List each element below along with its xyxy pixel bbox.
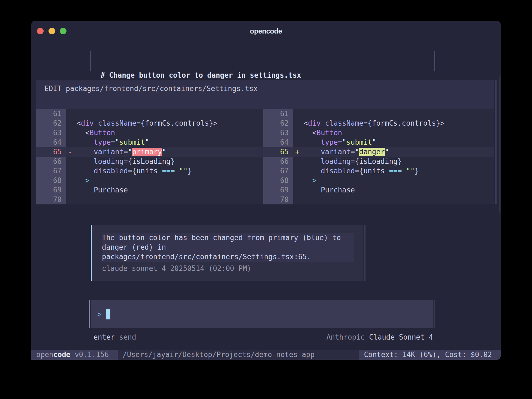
line-number: 68 (36, 176, 66, 185)
edit-action-label: EDIT (44, 84, 62, 93)
message-line: danger (red) in (102, 243, 354, 252)
line-number: 66 (36, 157, 66, 166)
diff-line: 68 > (263, 176, 494, 185)
app-version-segment: opencode v0.1.156 (31, 350, 118, 360)
code-text: disabled={units === ""} (66, 166, 263, 176)
line-number: 68 (263, 176, 293, 185)
prompt-chevron-icon: > (97, 310, 102, 318)
code-text: loading={isLoading} (293, 157, 494, 166)
message-right-edge-bar (364, 225, 365, 281)
prompt-right-accent-bar (434, 51, 435, 71)
diff-line: 65- variant="primary" (36, 147, 263, 157)
code-text: + variant="danger" (293, 147, 494, 157)
title-bar: opencode (31, 21, 501, 37)
edit-file-path: packages/frontend/src/containers/Setting… (66, 84, 258, 93)
input-right-accent-bar (434, 300, 434, 328)
line-number: 63 (36, 128, 66, 138)
model-label: Claude Sonnet 4 (369, 333, 433, 341)
code-text: type="submit" (66, 138, 263, 147)
code-text (66, 109, 263, 119)
provider-label: Anthropic (327, 333, 365, 341)
diff-line: 62 <div className={formCs.controls}> (36, 119, 263, 128)
diff-line: 65+ variant="danger" (263, 147, 494, 157)
diff-line: 69 Purchase (263, 185, 494, 195)
diff-line: 64 type="submit" (263, 138, 494, 147)
code-text: loading={isLoading} (66, 157, 263, 166)
send-action-hint: send (119, 333, 136, 341)
edit-tool-header: EDIT packages/frontend/src/containers/Se… (36, 80, 494, 109)
app-name-code: code (53, 350, 71, 359)
line-number: 63 (263, 128, 293, 138)
code-text: Purchase (66, 185, 263, 195)
line-number: 61 (36, 109, 66, 119)
assistant-message: The button color has been changed from p… (91, 225, 363, 281)
diff-line: 68 > (36, 176, 263, 185)
line-number: 61 (263, 109, 293, 119)
line-number: 67 (36, 166, 66, 176)
line-number: 62 (36, 119, 66, 128)
user-prompt-title: # Change button color to danger in setti… (101, 70, 301, 80)
diff-line: 61 (36, 109, 263, 119)
code-text (293, 109, 494, 119)
opencode-window: opencode # Change button color to danger… (31, 21, 501, 360)
code-text: <Button (293, 128, 494, 138)
line-number: 69 (36, 185, 66, 195)
diff-scrollbar[interactable] (495, 80, 497, 204)
input-left-accent-bar (89, 300, 90, 328)
diff-line: 67 disabled={units === ""} (263, 166, 494, 176)
context-cost-segment: Context: 14K (6%), Cost: $0.02 (359, 350, 501, 360)
diff-line: 63 <Button (36, 128, 263, 138)
line-number: 65 (263, 147, 293, 157)
working-directory: /Users/jayair/Desktop/Projects/demo-note… (123, 350, 315, 360)
line-number: 70 (263, 195, 293, 204)
prompt-input[interactable]: > (91, 300, 433, 328)
code-text: Purchase (293, 185, 494, 195)
assistant-message-text: The button color has been changed from p… (102, 233, 354, 262)
line-number: 65 (36, 147, 66, 157)
line-number: 70 (36, 195, 66, 204)
code-text: <div className={formCs.controls}> (293, 119, 494, 128)
diff-line: 70 (263, 195, 494, 204)
input-hints-row: enter send Anthropic Claude Sonnet 4 (31, 332, 501, 342)
window-scrollbar-thumb[interactable] (500, 76, 500, 213)
message-line: The button color has been changed from p… (102, 233, 354, 243)
prompt-left-accent-bar (90, 51, 91, 71)
line-number: 69 (263, 185, 293, 195)
status-bar: opencode v0.1.156 /Users/jayair/Desktop/… (31, 350, 501, 360)
line-number: 66 (263, 157, 293, 166)
diff-line: 66 loading={isLoading} (36, 157, 263, 166)
code-text: > (66, 176, 263, 185)
code-text: disabled={units === ""} (293, 166, 494, 176)
code-text: - variant="primary" (66, 147, 263, 157)
line-number: 67 (263, 166, 293, 176)
text-cursor (106, 309, 110, 319)
code-text: type="submit" (293, 138, 494, 147)
code-text (66, 195, 263, 204)
diff-view: 6162 <div className={formCs.controls}>63… (36, 109, 494, 204)
window-title: opencode (31, 27, 501, 35)
app-version: v0.1.156 (70, 350, 109, 359)
model-timestamp-label: claude-sonnet-4-20250514 (02:00 PM) (102, 264, 363, 273)
diff-after-panel: 6162 <div className={formCs.controls}>63… (263, 109, 494, 204)
diff-line: 66 loading={isLoading} (263, 157, 494, 166)
code-text: <div className={formCs.controls}> (66, 119, 263, 128)
code-text (293, 195, 494, 204)
line-number: 64 (36, 138, 66, 147)
user-prompt-block: # Change button color to danger in setti… (90, 51, 435, 71)
diff-line: 70 (36, 195, 263, 204)
diff-line: 61 (263, 109, 494, 119)
diff-line: 67 disabled={units === ""} (36, 166, 263, 176)
diff-line: 64 type="submit" (36, 138, 263, 147)
diff-before-panel: 6162 <div className={formCs.controls}>63… (36, 109, 263, 204)
message-line: packages/frontend/src/containers/Setting… (102, 252, 354, 262)
code-text: <Button (66, 128, 263, 138)
line-number: 62 (263, 119, 293, 128)
diff-line: 63 <Button (263, 128, 494, 138)
app-name-open: open (36, 350, 53, 359)
diff-line: 69 Purchase (36, 185, 263, 195)
enter-key-hint: enter (93, 333, 115, 341)
diff-line: 62 <div className={formCs.controls}> (263, 119, 494, 128)
line-number: 64 (263, 138, 293, 147)
code-text: > (293, 176, 494, 185)
